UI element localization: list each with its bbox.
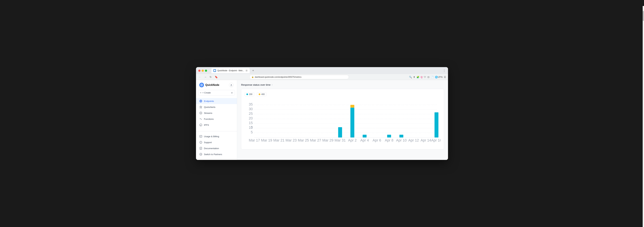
svg-text:Apr 14: Apr 14 xyxy=(420,138,431,142)
svg-text:Apr 12: Apr 12 xyxy=(408,138,419,142)
bar-apr2-400 xyxy=(350,105,354,108)
create-label: + Create xyxy=(202,91,211,94)
sidebar-item-documentation[interactable]: Documentation xyxy=(196,145,237,151)
svg-text:Mar 29: Mar 29 xyxy=(322,138,334,142)
bookmark-button[interactable]: 🔖 xyxy=(214,75,218,79)
sidebar-bottom: Usage & Billing Support xyxy=(196,131,237,157)
svg-text:Mar 25: Mar 25 xyxy=(298,138,309,142)
svg-text:30: 30 xyxy=(249,107,253,111)
streams-icon xyxy=(199,112,202,114)
window-controls: ⋮ xyxy=(443,69,446,72)
bar-mar31-200 xyxy=(338,127,342,138)
extensions-icon[interactable]: 🧩 xyxy=(416,76,419,78)
tab-close-button[interactable]: × xyxy=(246,69,248,72)
vpn-icon[interactable]: 🌐VPN xyxy=(435,76,442,78)
svg-rect-13 xyxy=(200,147,202,149)
svg-text:Mar 23: Mar 23 xyxy=(286,138,297,142)
info-icon[interactable]: i xyxy=(272,83,272,86)
svg-point-3 xyxy=(231,84,232,85)
chevron-down-icon: ∨ xyxy=(231,91,233,94)
chart-svg-wrapper: .axis-label { font: 22px -apple-system,s… xyxy=(244,100,440,146)
sidebar-item-label: Documentation xyxy=(204,147,219,150)
sidebar-item-label: IPFS xyxy=(204,124,209,126)
sidebar-item-usage-billing[interactable]: Usage & Billing xyxy=(196,133,237,139)
svg-text:Apr 6: Apr 6 xyxy=(372,138,381,142)
legend-dot-400 xyxy=(259,93,260,95)
legend-dot-200 xyxy=(246,93,248,95)
sidebar-item-functions[interactable]: Functions xyxy=(196,116,237,122)
svg-text:Apr 10: Apr 10 xyxy=(396,138,407,142)
maximize-button[interactable] xyxy=(205,70,207,72)
page-content: QuickNode + + Create ∨ xyxy=(196,80,448,160)
legend-item-400: 400 xyxy=(257,92,266,96)
new-tab-button[interactable]: + xyxy=(251,68,255,73)
user-avatar[interactable] xyxy=(229,83,234,87)
search-icon[interactable]: 🔍 xyxy=(409,76,412,78)
documentation-icon xyxy=(199,147,202,150)
sidebar-item-label: Support xyxy=(204,141,212,144)
bar-chart: .axis-label { font: 22px -apple-system,s… xyxy=(244,100,440,146)
sidebar-item-quickalerts[interactable]: QuickAlerts xyxy=(196,104,237,110)
support-icon xyxy=(199,141,202,144)
svg-text:Mar 27: Mar 27 xyxy=(310,138,321,142)
tab-bar: QuickNode - Endpoint - Metr... × + xyxy=(212,68,441,73)
sidebar-item-streams[interactable]: Streams xyxy=(196,110,237,116)
sidebar-item-switch-partners[interactable]: Switch to Partners xyxy=(196,151,237,157)
quickalerts-icon xyxy=(199,106,202,109)
forward-button[interactable]: → xyxy=(204,75,207,79)
svg-text:10: 10 xyxy=(249,125,253,130)
sidebar-logo: QuickNode xyxy=(196,83,237,90)
sidebar-item-label: Usage & Billing xyxy=(204,135,219,138)
minimize-button[interactable] xyxy=(202,70,204,72)
svg-text:Apr 2: Apr 2 xyxy=(348,138,357,142)
reload-button[interactable]: ↻ xyxy=(209,75,212,79)
main-content: Response status over time i 200 400 xyxy=(237,80,448,160)
svg-text:Mar 19: Mar 19 xyxy=(261,138,272,142)
sidebar-item-label: Endpoints xyxy=(204,100,214,102)
sidebar-item-endpoints[interactable]: Endpoints xyxy=(196,98,237,104)
browser-actions: 🔍 ⬆ 🧩 Q 🛡 ⊡ 📄 🌐VPN ☰ xyxy=(409,76,446,78)
bar-apr16-200 xyxy=(434,112,438,138)
active-tab[interactable]: QuickNode - Endpoint - Metr... × xyxy=(212,68,250,73)
shield-icon[interactable]: 🛡 xyxy=(424,76,426,78)
address-input[interactable]: 🔒 dashboard.quicknode.com/endpoints/2650… xyxy=(250,75,349,79)
url-text: dashboard.quicknode.com/endpoints/265075… xyxy=(255,76,302,78)
sidebar: QuickNode + + Create ∨ xyxy=(196,80,237,160)
quicknode-ext-icon[interactable]: Q xyxy=(421,76,422,78)
browser-window: QuickNode - Endpoint - Metr... × + ⋮ ← →… xyxy=(196,67,448,160)
svg-text:Apr 16: Apr 16 xyxy=(431,138,440,142)
svg-text:5: 5 xyxy=(251,130,253,134)
svg-point-5 xyxy=(200,101,201,102)
ipfs-icon: ip xyxy=(199,123,202,126)
svg-text:ip: ip xyxy=(200,124,201,126)
svg-text:20: 20 xyxy=(249,116,253,120)
svg-text:25: 25 xyxy=(249,112,253,116)
svg-text:Mar 17: Mar 17 xyxy=(249,138,260,142)
switch-partners-icon xyxy=(199,153,202,156)
traffic-lights xyxy=(198,70,207,72)
logo: QuickNode xyxy=(199,83,219,87)
back-button[interactable]: ← xyxy=(198,75,202,79)
legend-item-200: 200 xyxy=(244,92,254,96)
lock-icon: 🔒 xyxy=(252,76,254,78)
svg-text:Apr 8: Apr 8 xyxy=(385,138,394,142)
svg-point-0 xyxy=(214,70,216,71)
svg-text:Mar 21: Mar 21 xyxy=(273,138,284,142)
sidebar-item-label: Functions xyxy=(204,118,214,120)
bar-apr4-200 xyxy=(362,135,366,138)
sidebar-item-label: QuickAlerts xyxy=(204,106,216,108)
bar-apr10-200 xyxy=(400,135,404,138)
reader-mode[interactable]: 📄 xyxy=(431,76,434,78)
logo-label: QuickNode xyxy=(205,83,219,86)
share-icon[interactable]: ⬆ xyxy=(413,76,415,78)
create-button[interactable]: + + Create ∨ xyxy=(198,90,235,95)
tab-title: QuickNode - Endpoint - Metr... xyxy=(217,69,244,72)
chart-title-text: Response status over time xyxy=(241,83,270,86)
close-button[interactable] xyxy=(198,70,200,72)
sidebar-item-ipfs[interactable]: ip IPFS xyxy=(196,122,237,128)
menu-icon[interactable]: ☰ xyxy=(444,76,446,78)
plus-icon: + xyxy=(200,91,202,94)
sidebar-item-support[interactable]: Support xyxy=(196,139,237,145)
nav-section: Endpoints QuickAlerts xyxy=(196,98,237,131)
sidebar-toggle[interactable]: ⊡ xyxy=(428,76,430,78)
